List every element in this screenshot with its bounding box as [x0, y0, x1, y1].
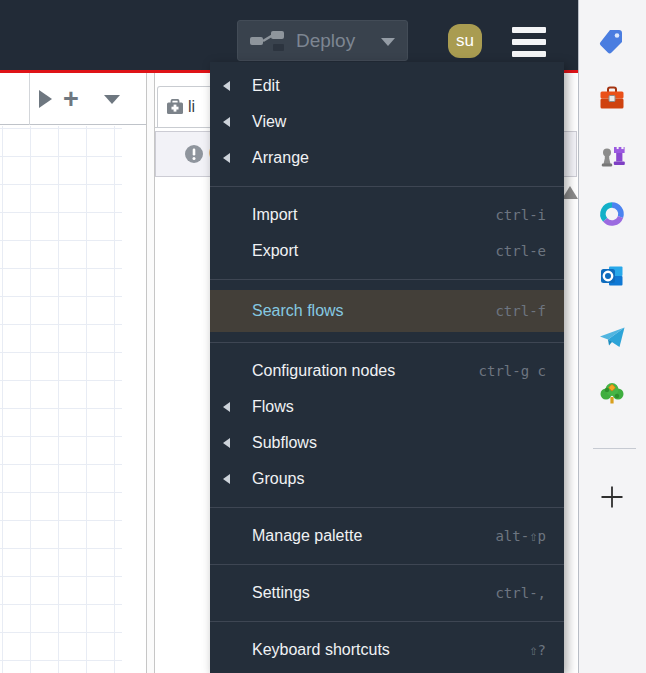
browser-sidebar — [578, 0, 646, 673]
menu-separator — [210, 342, 564, 343]
tag-icon[interactable] — [598, 27, 626, 55]
shortcut-label: ctrl-, — [495, 585, 546, 601]
workspace-scrollbar[interactable] — [122, 126, 146, 673]
plus-icon[interactable] — [598, 483, 626, 511]
sidebar-scroll-up-icon[interactable] — [562, 186, 578, 199]
shortcut-label: ctrl-g c — [479, 363, 546, 379]
deploy-button[interactable]: Deploy — [237, 20, 408, 61]
outlook-icon[interactable] — [598, 262, 626, 290]
medkit-icon — [166, 99, 184, 115]
menu-item-edit[interactable]: Edit — [210, 68, 564, 104]
menu-item-keyboard-shortcuts[interactable]: Keyboard shortcuts⇧? — [210, 632, 564, 668]
copilot-icon[interactable] — [598, 200, 626, 228]
menu-separator — [210, 507, 564, 508]
hamburger-icon — [512, 27, 546, 33]
shortcut-label: ⇧? — [529, 642, 546, 658]
menu-separator — [210, 186, 564, 187]
tree-icon[interactable] — [598, 380, 626, 408]
flow-tabbar: + — [0, 73, 146, 125]
exclamation-circle-icon — [184, 144, 204, 164]
panel-splitter[interactable] — [147, 73, 154, 673]
menu-separator — [210, 621, 564, 622]
menu-item-search-flows[interactable]: Search flowsctrl-f — [210, 290, 564, 332]
screen: + li 0 — [0, 0, 646, 673]
menu-item-settings[interactable]: Settingsctrl-, — [210, 575, 564, 611]
submenu-left-arrow-icon — [223, 81, 230, 91]
menu-item-arrange[interactable]: Arrange — [210, 140, 564, 176]
menu-item-export[interactable]: Exportctrl-e — [210, 233, 564, 269]
menu-item-groups[interactable]: Groups — [210, 461, 564, 497]
main-menu-button[interactable] — [512, 27, 546, 58]
menu-item-subflows[interactable]: Subflows — [210, 425, 564, 461]
toolbox-icon[interactable] — [598, 85, 626, 113]
menu-item-import[interactable]: Importctrl-i — [210, 197, 564, 233]
menu-item-manage-palette[interactable]: Manage palettealt-⇧p — [210, 518, 564, 554]
shortcut-label: alt-⇧p — [495, 528, 546, 544]
sidebar-tab-label: li — [188, 98, 195, 116]
scroll-right-icon — [39, 90, 52, 108]
deploy-wire-icon — [250, 29, 286, 53]
telegram-icon[interactable] — [598, 324, 626, 352]
shortcut-label: ctrl-f — [495, 303, 546, 319]
menu-item-configuration-nodes[interactable]: Configuration nodesctrl-g c — [210, 353, 564, 389]
tab-edge-divider — [29, 73, 30, 125]
flow-list-icon — [104, 95, 120, 104]
chess-icon[interactable] — [598, 143, 626, 171]
submenu-left-arrow-icon — [223, 474, 230, 484]
sidebar-divider — [593, 448, 636, 449]
menu-item-flows[interactable]: Flows — [210, 389, 564, 425]
scroll-tabs-right-button[interactable] — [33, 73, 57, 125]
deploy-caret-icon[interactable] — [381, 38, 395, 46]
menu-separator — [210, 279, 564, 280]
add-flow-button[interactable]: + — [58, 73, 84, 125]
submenu-left-arrow-icon — [223, 438, 230, 448]
submenu-left-arrow-icon — [223, 117, 230, 127]
menu-separator — [210, 564, 564, 565]
main-menu-dropdown: Edit View Arrange Importctrl-i Exportctr… — [210, 62, 564, 673]
shortcut-label: ctrl-i — [495, 207, 546, 223]
flow-list-button[interactable] — [98, 73, 126, 125]
shortcut-label: ctrl-e — [495, 243, 546, 259]
submenu-left-arrow-icon — [223, 402, 230, 412]
workspace-canvas[interactable] — [0, 126, 122, 673]
submenu-left-arrow-icon — [223, 153, 230, 163]
user-avatar[interactable]: su — [448, 24, 482, 58]
avatar-initials: su — [456, 31, 474, 51]
menu-item-view[interactable]: View — [210, 104, 564, 140]
add-flow-icon: + — [63, 86, 79, 113]
deploy-label: Deploy — [296, 30, 355, 52]
